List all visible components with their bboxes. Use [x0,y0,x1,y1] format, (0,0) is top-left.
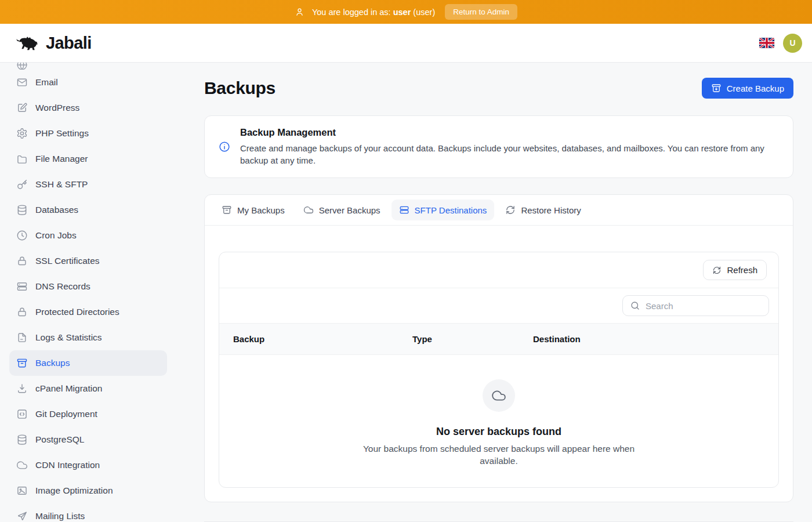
server-icon [16,281,28,292]
refresh-button[interactable]: Refresh [703,260,767,280]
backups-card: My BackupsServer BackupsSFTP Destination… [204,194,793,502]
database-icon [16,204,28,216]
backup-management-info-card: Backup Management Create and manage back… [204,115,793,178]
cloud-icon [16,459,28,471]
sidebar-item-ssl-certificates[interactable]: SSL Certificates [9,248,167,274]
globe-icon [16,63,28,70]
file-text-icon [16,332,28,343]
send-icon [16,510,28,522]
sidebar-item-image-optimization[interactable]: Image Optimization [9,478,167,503]
refresh-icon [712,266,722,275]
archive-down-icon [711,83,722,93]
sidebar-item-label: Databases [35,205,78,215]
tab-server-backups[interactable]: Server Backups [296,200,388,220]
server-icon [399,205,409,215]
tab-bar: My BackupsServer BackupsSFTP Destination… [205,195,793,226]
gear-icon [16,128,28,139]
sidebar-item-label: Backups [35,358,70,368]
search-box [622,295,769,316]
sidebar-item-email[interactable]: Email [9,70,167,95]
sidebar-item-label: Email [35,77,58,88]
sidebar-item-label: CDN Integration [35,460,100,470]
return-to-admin-button[interactable]: Return to Admin [445,4,517,20]
sidebar-item-label: Protected Directories [35,307,119,317]
refresh-icon [505,205,516,215]
tab-label: Server Backups [319,205,380,215]
download-icon [16,383,28,394]
sidebar-item-postgresql[interactable]: PostgreSQL [9,427,167,452]
sidebar-item-databases[interactable]: Databases [9,197,167,223]
sidebar: EmailWordPressPHP SettingsFile ManagerSS… [0,63,176,522]
empty-state: No server backups found Your backups fro… [219,355,778,487]
logged-in-text: You are logged in as: user (user) [312,8,435,17]
sidebar-item-label: SSL Certificates [35,256,100,266]
uk-flag-icon[interactable] [759,38,774,48]
sidebar-item-file-manager[interactable]: File Manager [9,146,167,172]
empty-state-circle [483,379,515,412]
sidebar-item-cdn-integration[interactable]: CDN Integration [9,452,167,478]
tab-label: My Backups [237,205,285,215]
archive-icon [16,357,28,369]
sidebar-item-label: Cron Jobs [35,230,77,241]
sidebar-item-logs-statistics[interactable]: Logs & Statistics [9,325,167,350]
sftp-destinations-panel: Refresh BackupTypeDestination [219,252,779,488]
sidebar-item-label: cPanel Migration [35,383,102,394]
sidebar-item-label: File Manager [35,154,88,164]
cloud-icon [303,205,314,215]
column-header-backup: Backup [233,334,412,344]
folder-icon [16,153,28,165]
sidebar-item-cron-jobs[interactable]: Cron Jobs [9,223,167,248]
header-actions: U [759,34,802,53]
sidebar-item-backups[interactable]: Backups [9,350,167,376]
database-icon [16,434,28,445]
lock-icon [16,306,28,318]
code-icon [16,408,28,420]
brand-name: Jabali [46,34,92,53]
search-icon [630,300,640,311]
empty-state-description: Your backups from scheduled server backu… [345,443,652,467]
tab-label: Restore History [521,205,581,215]
brand-logo[interactable]: Jabali [15,32,92,54]
tab-my-backups[interactable]: My Backups [214,200,292,220]
sidebar-item-label: Mailing Lists [35,511,85,521]
sidebar-item-label: Image Optimization [35,485,113,496]
tab-sftp-destinations[interactable]: SFTP Destinations [392,200,495,220]
sidebar-item-protected-directories[interactable]: Protected Directories [9,299,167,325]
image-icon [16,485,28,496]
sidebar-item-label: PostgreSQL [35,434,84,445]
main-content: Backups Create Backup Backup Management … [176,63,812,522]
column-header-type: Type [412,334,533,344]
sidebar-item-label: Logs & Statistics [35,332,102,343]
sidebar-item-label: DNS Records [35,281,90,292]
sidebar-item-php-settings[interactable]: PHP Settings [9,121,167,146]
empty-state-title: No server backups found [436,426,561,438]
logged-in-username: user [393,8,411,17]
sidebar-item-label: WordPress [35,103,79,113]
info-card-description: Create and manage backups of your accoun… [240,143,779,166]
tab-restore-history[interactable]: Restore History [498,200,588,220]
clock-icon [16,230,28,241]
sidebar-item-label: SSH & SFTP [35,179,88,190]
info-card-title: Backup Management [240,127,779,138]
avatar[interactable]: U [783,34,802,53]
sidebar-item-ssh-sftp[interactable]: SSH & SFTP [9,172,167,197]
sidebar-item-cpanel-migration[interactable]: cPanel Migration [9,376,167,401]
sidebar-item-label: Git Deployment [35,409,97,419]
logged-in-role: (user) [413,8,435,17]
page-title: Backups [204,78,276,98]
sidebar-item-git-deployment[interactable]: Git Deployment [9,401,167,427]
sidebar-item-wordpress[interactable]: WordPress [9,95,167,121]
table-header-row: BackupTypeDestination [219,324,778,355]
mail-icon [16,77,28,88]
create-backup-button[interactable]: Create Backup [702,78,793,99]
info-icon [219,141,230,153]
impersonation-banner: You are logged in as: user (user) Return… [0,0,812,24]
sidebar-item-label: PHP Settings [35,128,89,139]
app-header: Jabali U [0,24,812,63]
boar-logo-icon [15,32,42,54]
column-header-destination: Destination [533,334,764,344]
sidebar-item-dns-records[interactable]: DNS Records [9,274,167,299]
sidebar-item-mailing-lists[interactable]: Mailing Lists [9,503,167,522]
tab-label: SFTP Destinations [415,205,487,215]
search-input[interactable] [646,301,762,311]
